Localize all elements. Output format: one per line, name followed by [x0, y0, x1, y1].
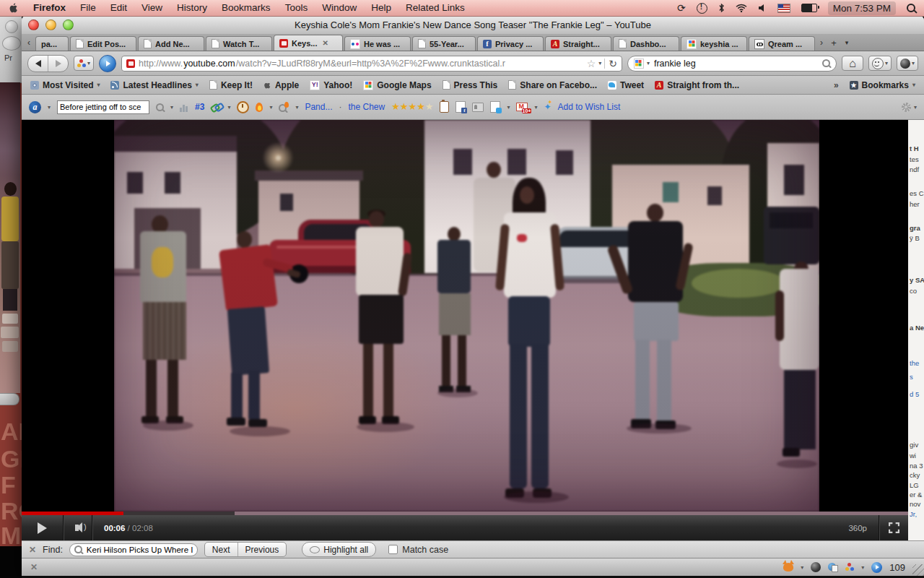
page-link[interactable]: d 5 [910, 390, 919, 398]
traffic-chart-icon[interactable] [180, 102, 188, 112]
wifi-icon[interactable] [736, 4, 747, 12]
tab[interactable]: fPrivacy ... [477, 36, 544, 51]
menu-tools[interactable]: Tools [278, 0, 315, 16]
tab[interactable]: He was ... [344, 36, 411, 51]
tab[interactable]: keyshia ... [681, 36, 747, 51]
quality-badge[interactable]: 360p [848, 524, 879, 532]
window-title-bar[interactable]: Keyshia Cole's Mom Frankie's New Dance S… [22, 16, 924, 35]
page-link[interactable]: the [910, 359, 919, 367]
chevron-down-icon[interactable]: ▾ [914, 104, 917, 111]
play-button[interactable] [38, 522, 47, 534]
menu-help[interactable]: Help [364, 0, 398, 16]
bookmark-star-icon[interactable]: ☆ [587, 59, 596, 69]
gmail-icon[interactable]: 10+ [516, 103, 528, 111]
search-bar[interactable]: ▾ [627, 56, 837, 72]
menu-bookmarks[interactable]: Bookmarks [214, 0, 278, 16]
dark-sphere-icon[interactable] [811, 562, 821, 572]
update-icon[interactable] [697, 3, 707, 14]
background-window[interactable]: Pr [0, 16, 22, 83]
new-tab-button[interactable]: + [827, 35, 840, 50]
alexa-icon[interactable]: a [29, 101, 41, 113]
search-input[interactable] [653, 58, 819, 69]
menu-bar-clock[interactable]: Mon 7:53 PM [828, 1, 896, 15]
colorful-dots-icon[interactable] [845, 563, 854, 571]
chevron-down-icon[interactable]: ▾ [269, 104, 272, 111]
hot-search-icon[interactable] [279, 102, 289, 112]
play-circle-icon[interactable] [871, 562, 882, 573]
link-chain-icon[interactable] [211, 103, 221, 111]
extension-button-sphere[interactable]: ▾ [897, 56, 918, 71]
url-bar[interactable]: http://www.youtube.com/watch?v=JLudRf88r… [121, 56, 622, 72]
chevron-down-icon[interactable]: ▾ [534, 104, 537, 111]
bookmarks-menu-button[interactable]: ★Bookmarks▾ [850, 80, 915, 90]
tab[interactable]: AStraight... [545, 36, 611, 51]
bookmark-press-this[interactable]: Press This [443, 80, 498, 90]
clipboard-icon[interactable] [440, 101, 449, 113]
video-player[interactable] [114, 120, 819, 512]
tab[interactable]: Dashbo... [613, 36, 679, 51]
highlight-all-button[interactable]: Highlight all [302, 542, 376, 557]
fullscreen-button[interactable] [879, 515, 908, 540]
find-input[interactable] [85, 545, 199, 555]
bookmark-latest-headlines[interactable]: Latest Headlines▾ [110, 80, 198, 90]
add-to-wishlist-link[interactable]: Add to Wish List [558, 102, 621, 112]
tab-close-icon[interactable]: ✕ [322, 39, 328, 47]
flame-icon[interactable] [256, 103, 263, 112]
bookmark-keep-it[interactable]: Keep It! [209, 80, 253, 90]
reload-icon[interactable]: ↻ [604, 59, 617, 69]
tab-active-youtube[interactable]: Keys...✕ [274, 35, 343, 51]
speed-clock-icon[interactable] [237, 101, 249, 113]
status-close-icon[interactable]: ✕ [30, 562, 38, 572]
gear-icon[interactable] [902, 103, 911, 112]
menu-view[interactable]: View [134, 0, 170, 16]
menu-file[interactable]: File [73, 0, 103, 16]
tab-scroll-right-button[interactable]: › [816, 35, 827, 50]
bookmark-share-facebook[interactable]: Share on Facebo... [508, 80, 597, 90]
search-icon[interactable] [822, 59, 830, 67]
find-close-icon[interactable]: ✕ [29, 545, 36, 555]
pandora-link[interactable]: Pand... [305, 102, 332, 112]
bluetooth-icon[interactable] [718, 3, 725, 13]
menu-history[interactable]: History [170, 0, 214, 16]
volume-icon[interactable] [758, 4, 767, 12]
extension-button-smiley[interactable]: ▾ [868, 56, 892, 71]
page-link[interactable]: s [910, 373, 913, 381]
search-engine-dropdown-icon[interactable]: ▾ [647, 60, 650, 66]
background-window-scrollbar[interactable] [0, 393, 19, 405]
menu-window[interactable]: Window [315, 0, 364, 16]
addon-text-input[interactable] [57, 100, 149, 114]
match-case-checkbox[interactable] [388, 545, 398, 554]
menu-edit[interactable]: Edit [103, 0, 134, 16]
tab[interactable]: 55-Year... [412, 36, 476, 51]
bookmark-tweet[interactable]: Tweet [608, 80, 644, 90]
forward-button[interactable] [48, 56, 68, 72]
extension-button-blue[interactable] [99, 55, 116, 72]
chevron-down-icon[interactable]: ▾ [170, 104, 173, 111]
chevron-down-icon[interactable]: ▾ [295, 104, 298, 111]
contact-card-icon[interactable] [472, 103, 484, 112]
tab-scroll-left-button[interactable]: ‹ [24, 35, 34, 50]
volume-button[interactable] [75, 525, 79, 531]
input-language-flag-icon[interactable] [777, 4, 790, 13]
bookmark-google-maps[interactable]: Google Maps [363, 80, 431, 90]
bookmark-yahoo[interactable]: Y!Yahoo! [310, 80, 352, 90]
resize-grip[interactable] [912, 564, 924, 576]
the-chew-link[interactable]: the Chew [348, 102, 385, 112]
chevron-down-icon[interactable]: ▾ [48, 104, 51, 111]
chevron-down-icon[interactable]: ▾ [507, 104, 510, 111]
extension-button-colorful[interactable]: ▾ [74, 56, 94, 71]
menu-related-links[interactable]: Related Links [398, 0, 472, 16]
chevron-down-icon[interactable]: ▾ [227, 104, 230, 111]
find-previous-button[interactable]: Previous [237, 543, 287, 556]
spotlight-icon[interactable] [907, 4, 915, 12]
bookmarks-overflow-chevron[interactable]: » [834, 80, 839, 90]
bookmark-apple[interactable]: Apple [263, 80, 299, 90]
home-button[interactable]: ⌂ [842, 56, 863, 71]
menu-firefox[interactable]: Firefox [26, 0, 73, 16]
fox-extension-icon[interactable] [783, 563, 793, 571]
rating-stars[interactable]: ★★★★★ [391, 102, 433, 112]
battery-icon[interactable] [801, 4, 817, 12]
bookmark-straight-from[interactable]: AStraight from th... [655, 80, 739, 90]
bookmark-most-visited[interactable]: Most Visited▾ [30, 80, 100, 90]
find-field[interactable] [69, 543, 198, 556]
